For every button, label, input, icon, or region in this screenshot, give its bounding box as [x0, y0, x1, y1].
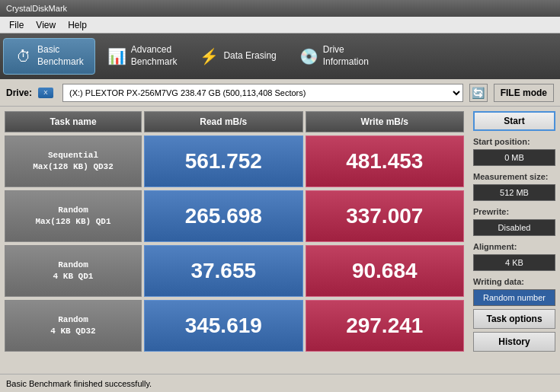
table-row: RandomMax(128 KB) QD1 265.698 337.007	[5, 190, 464, 242]
read-value-0: 561.752	[144, 135, 303, 187]
advanced-benchmark-label: Advanced Benchmark	[131, 44, 178, 68]
table-row: SequentialMax(128 KB) QD32 561.752 481.4…	[5, 135, 464, 187]
row-label-0: SequentialMax(128 KB) QD32	[5, 135, 142, 187]
writing-data-value: Random number	[473, 289, 555, 306]
prewrite-value: Disabled	[473, 219, 555, 236]
toolbar-btn-erasing[interactable]: ⚡ Data Erasing	[189, 38, 286, 75]
toolbar-btn-basic[interactable]: ⏱ Basic Benchmark	[3, 38, 95, 75]
file-mode-button[interactable]: FILE mode	[494, 84, 554, 102]
basic-benchmark-icon: ⏱	[14, 48, 33, 65]
alignment-label: Alignment:	[473, 242, 555, 251]
write-value-3: 297.241	[306, 300, 465, 352]
drive-select[interactable]: (X:) PLEXTOR PX-256M7VG 238.47 GB (500,1…	[62, 84, 463, 102]
read-value-3: 345.619	[144, 300, 303, 352]
toolbar-btn-advanced[interactable]: 📊 Advanced Benchmark	[97, 38, 188, 75]
measurement-size-value: 512 MB	[473, 184, 555, 201]
row-label-2: Random4 KB QD1	[5, 245, 142, 297]
menu-bar: File View Help	[0, 17, 560, 33]
table-row: Random4 KB QD1 37.655 90.684	[5, 245, 464, 297]
header-task-name: Task name	[5, 111, 142, 132]
menu-help[interactable]: Help	[62, 18, 93, 32]
right-panel: Start Start position: 0 MB Measurement s…	[469, 107, 560, 374]
table-row: Random4 KB QD32 345.619 297.241	[5, 300, 464, 352]
write-value-0: 481.453	[306, 135, 465, 187]
header-write: Write mB/s	[306, 111, 465, 132]
measurement-size-label: Measurement size:	[473, 172, 555, 181]
main-area: Task name Read mB/s Write mB/s Sequentia…	[0, 107, 560, 374]
table-area: Task name Read mB/s Write mB/s Sequentia…	[0, 107, 469, 374]
status-text: Basic Benchmark finished successfully.	[6, 379, 152, 388]
history-button[interactable]: History	[473, 332, 555, 352]
drive-bar: Drive: X (X:) PLEXTOR PX-256M7VG 238.47 …	[0, 79, 560, 107]
writing-data-label: Writing data:	[473, 277, 555, 286]
refresh-button[interactable]: 🔄	[469, 84, 488, 102]
table-header: Task name Read mB/s Write mB/s	[5, 111, 464, 132]
title-bar: CrystalDiskMark	[0, 0, 560, 17]
start-position-label: Start position:	[473, 137, 555, 146]
write-value-2: 90.684	[306, 245, 465, 297]
menu-view[interactable]: View	[30, 18, 62, 32]
alignment-value: 4 KB	[473, 254, 555, 271]
drive-info-icon: 💿	[299, 47, 318, 65]
start-button[interactable]: Start	[473, 111, 555, 131]
title-text: CrystalDiskMark	[6, 4, 67, 13]
drive-icon: X	[38, 88, 53, 98]
menu-file[interactable]: File	[3, 18, 30, 32]
drive-label: Drive:	[6, 88, 32, 98]
basic-benchmark-label: Basic Benchmark	[37, 44, 84, 68]
toolbar-btn-info[interactable]: 💿 Drive Information	[289, 38, 379, 75]
toolbar: ⏱ Basic Benchmark 📊 Advanced Benchmark ⚡…	[0, 33, 560, 79]
start-position-value: 0 MB	[473, 149, 555, 166]
prewrite-label: Prewrite:	[473, 207, 555, 216]
read-value-1: 265.698	[144, 190, 303, 242]
read-value-2: 37.655	[144, 245, 303, 297]
task-options-button[interactable]: Task options	[473, 309, 555, 329]
data-erasing-icon: ⚡	[200, 47, 219, 65]
drive-info-label: Drive Information	[323, 44, 369, 68]
write-value-1: 337.007	[306, 190, 465, 242]
row-label-1: RandomMax(128 KB) QD1	[5, 190, 142, 242]
status-bar: Basic Benchmark finished successfully.	[0, 374, 560, 392]
row-label-3: Random4 KB QD32	[5, 300, 142, 352]
advanced-benchmark-icon: 📊	[107, 47, 126, 65]
header-read: Read mB/s	[144, 111, 303, 132]
data-erasing-label: Data Erasing	[223, 50, 276, 62]
